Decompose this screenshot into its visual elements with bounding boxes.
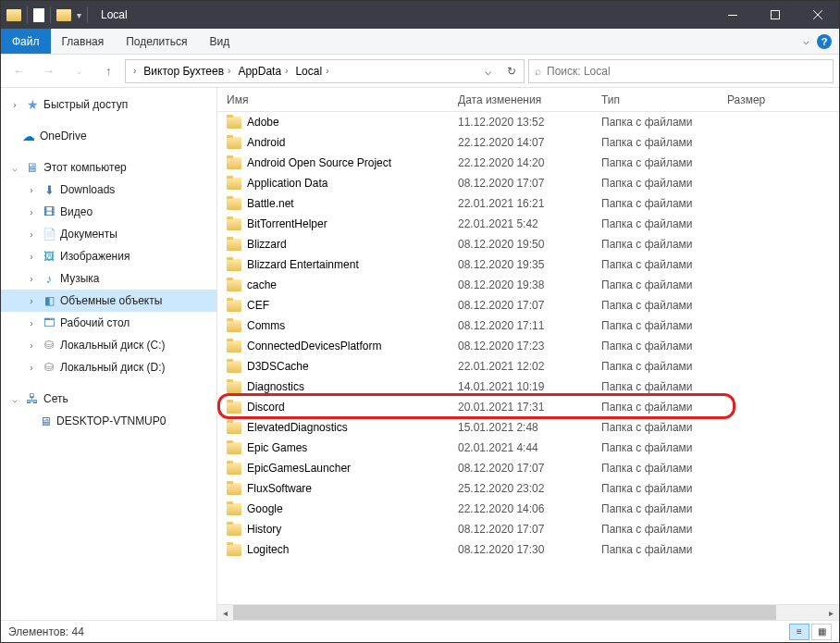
file-name: Diagnostics — [247, 380, 304, 393]
recent-dropdown-icon[interactable]: ⌵ — [66, 58, 92, 84]
table-row[interactable]: History08.12.2020 17:07Папка с файлами — [217, 519, 839, 539]
table-row[interactable]: FluxSoftware25.12.2020 23:02Папка с файл… — [217, 478, 839, 499]
folder-icon — [227, 463, 241, 475]
folder-icon — [227, 483, 241, 495]
col-header-name[interactable]: Имя — [217, 93, 449, 106]
file-list[interactable]: Adobe11.12.2020 13:52Папка с файламиAndr… — [217, 112, 839, 604]
sidebar-item-this-pc[interactable]: ⌵🖥Этот компьютер — [1, 156, 216, 179]
refresh-button[interactable]: ↻ — [500, 60, 524, 82]
folder-icon — [227, 117, 241, 129]
tab-home[interactable]: Главная — [51, 29, 116, 54]
file-type: Папка с файлами — [592, 441, 718, 454]
search-box[interactable]: ⌕ — [528, 59, 834, 83]
address-bar[interactable]: › Виктор Бухтеев› AppData› Local› ⌵ ↻ — [125, 59, 525, 83]
sidebar-item-network[interactable]: ⌵🖧Сеть — [1, 388, 216, 410]
folder-icon — [6, 9, 21, 21]
table-row[interactable]: Android Open Source Project22.12.2020 14… — [217, 153, 839, 173]
maximize-button[interactable] — [754, 1, 797, 29]
table-row[interactable]: Discord20.01.2021 17:31Папка с файлами — [217, 397, 839, 417]
sidebar-item-onedrive[interactable]: ☁OneDrive — [1, 125, 216, 147]
table-row[interactable]: Battle.net22.01.2021 16:21Папка с файлам… — [217, 193, 839, 214]
scroll-left-icon[interactable]: ◂ — [217, 605, 233, 621]
pc-icon: 🖥 — [25, 160, 40, 175]
svg-rect-1 — [772, 11, 780, 19]
sidebar-item-music[interactable]: ›♪Музыка — [1, 267, 216, 290]
table-row[interactable]: D3DSCache22.01.2021 12:02Папка с файлами — [217, 356, 839, 377]
sidebar-item-disk-d[interactable]: ›⛁Локальный диск (D:) — [1, 356, 216, 378]
horizontal-scrollbar[interactable]: ◂ ▸ — [217, 604, 839, 620]
title-bar: ▾ Local — [1, 1, 839, 29]
sidebar-item-video[interactable]: ›🎞Видео — [1, 201, 216, 223]
sidebar-item-network-pc[interactable]: 🖥DESKTOP-VTNMUP0 — [1, 410, 216, 432]
up-button[interactable]: ↑ — [95, 58, 121, 84]
back-button[interactable]: ← — [6, 58, 32, 84]
table-row[interactable]: Blizzard Entertainment08.12.2020 19:35Па… — [217, 254, 839, 275]
cloud-icon: ☁ — [21, 129, 36, 143]
sidebar-item-disk-c[interactable]: ›⛁Локальный диск (C:) — [1, 334, 216, 356]
table-row[interactable]: BitTorrentHelper22.01.2021 5:42Папка с ф… — [217, 214, 839, 234]
folder-icon — [227, 137, 241, 149]
table-row[interactable]: Adobe11.12.2020 13:52Папка с файлами — [217, 112, 839, 132]
table-row[interactable]: Comms08.12.2020 17:11Папка с файлами — [217, 315, 839, 336]
file-name: EpicGamesLauncher — [247, 462, 351, 475]
table-row[interactable]: ConnectedDevicesPlatform08.12.2020 17:23… — [217, 336, 839, 356]
file-modified: 22.01.2021 12:02 — [449, 360, 592, 373]
file-modified: 08.12.2020 19:38 — [449, 278, 592, 291]
view-large-button[interactable]: ▦ — [811, 624, 832, 640]
file-type: Папка с файлами — [592, 543, 718, 556]
download-icon: ⬇ — [42, 182, 56, 197]
scroll-right-icon[interactable]: ▸ — [823, 605, 839, 621]
table-row[interactable]: ElevatedDiagnostics15.01.2021 2:48Папка … — [217, 417, 839, 438]
col-header-modified[interactable]: Дата изменения — [449, 93, 592, 106]
table-row[interactable]: Blizzard08.12.2020 19:50Папка с файлами — [217, 234, 839, 254]
tab-file[interactable]: Файл — [1, 29, 51, 54]
sidebar-item-documents[interactable]: ›📄Документы — [1, 223, 216, 245]
file-modified: 08.12.2020 17:07 — [449, 177, 592, 190]
file-type: Папка с файлами — [592, 116, 718, 129]
qat-dropdown-icon[interactable]: ▾ — [77, 10, 81, 20]
file-type: Папка с файлами — [592, 340, 718, 352]
folder-icon — [227, 300, 241, 312]
table-row[interactable]: Epic Games02.01.2021 4:44Папка с файлами — [217, 438, 839, 458]
table-row[interactable]: cache08.12.2020 19:38Папка с файлами — [217, 275, 839, 295]
help-icon[interactable]: ? — [817, 34, 832, 49]
column-headers[interactable]: Имя Дата изменения Тип Размер — [217, 88, 839, 112]
address-dropdown-icon[interactable]: ⌵ — [476, 60, 500, 82]
table-row[interactable]: Google22.12.2020 14:06Папка с файлами — [217, 499, 839, 519]
tab-view[interactable]: Вид — [198, 29, 241, 54]
sidebar-item-downloads[interactable]: ›⬇Downloads — [1, 179, 216, 201]
view-details-button[interactable]: ≡ — [789, 624, 809, 640]
sidebar-item-quick-access[interactable]: ›★Быстрый доступ — [1, 93, 216, 116]
search-input[interactable] — [547, 65, 827, 78]
table-row[interactable]: Application Data08.12.2020 17:07Папка с … — [217, 173, 839, 193]
table-row[interactable]: Android22.12.2020 14:07Папка с файлами — [217, 132, 839, 153]
minimize-button[interactable] — [711, 1, 754, 29]
file-name: FluxSoftware — [247, 482, 312, 495]
table-row[interactable]: EpicGamesLauncher08.12.2020 17:07Папка с… — [217, 458, 839, 478]
close-button[interactable] — [797, 1, 839, 29]
sidebar-item-desktop[interactable]: ›🗔Рабочий стол — [1, 312, 216, 334]
folder-icon — [227, 361, 241, 373]
file-modified: 08.12.2020 17:07 — [449, 299, 592, 312]
col-header-type[interactable]: Тип — [592, 93, 718, 106]
file-type: Папка с файлами — [592, 136, 718, 149]
table-row[interactable]: Logitech08.12.2020 17:30Папка с файлами — [217, 539, 839, 560]
folder-icon — [227, 402, 241, 414]
col-header-size[interactable]: Размер — [718, 93, 773, 106]
tab-share[interactable]: Поделиться — [115, 29, 198, 54]
sidebar-item-3d-objects[interactable]: ›◧Объемные объекты — [1, 290, 216, 312]
folder-icon — [227, 381, 241, 393]
scroll-thumb[interactable] — [233, 605, 776, 621]
table-row[interactable]: Diagnostics14.01.2021 10:19Папка с файла… — [217, 377, 839, 397]
file-name: ConnectedDevicesPlatform — [247, 340, 381, 352]
ribbon-expand-icon[interactable]: ⌵ — [803, 35, 809, 47]
table-row[interactable]: CEF08.12.2020 17:07Папка с файлами — [217, 295, 839, 315]
search-icon: ⌕ — [535, 65, 541, 78]
disk-icon: ⛁ — [42, 338, 56, 352]
file-name: CEF — [247, 299, 269, 312]
file-name: Epic Games — [247, 441, 307, 454]
file-name: Blizzard — [247, 238, 287, 251]
sidebar-item-pictures[interactable]: ›🖼Изображения — [1, 245, 216, 267]
forward-button[interactable]: → — [36, 58, 62, 84]
monitor-icon: 🖥 — [38, 414, 53, 428]
